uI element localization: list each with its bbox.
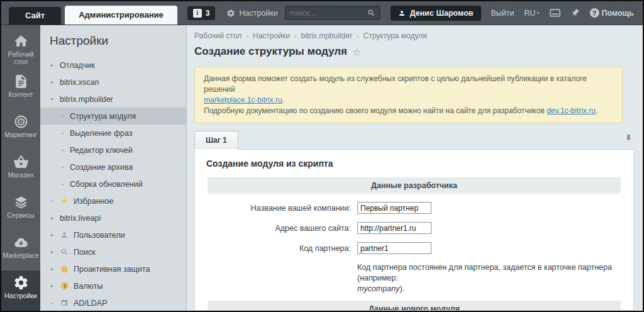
sidebar-item-label: Магазин xyxy=(3,172,39,179)
form-row-partner-code: Код партнера: xyxy=(208,242,621,254)
sidebar-item-label: Настройки xyxy=(3,292,39,300)
sidebar-item-label: Маркетинг xyxy=(3,131,39,139)
content-area: Рабочий стол › Настройки › bitrix.mpbuil… xyxy=(187,25,643,311)
notification-count: 3 xyxy=(206,9,210,18)
menu-item-bitrix-mpbuilder[interactable]: ▼ bitrix.mpbuilder xyxy=(40,91,186,108)
home-icon xyxy=(13,33,29,49)
admin-window: Сайт Администрирование i 3 Настройки xyxy=(0,0,644,312)
breadcrumb-current[interactable]: Структура модуля xyxy=(364,31,427,40)
hotkeys-panel-icon[interactable] xyxy=(550,9,560,17)
info-icon: i xyxy=(193,9,202,18)
info-text-line1: Данная форма поможет создать модуль из с… xyxy=(204,74,587,94)
menu-item-label: bitrix.xscan xyxy=(60,78,99,87)
sidebar-item-services[interactable]: Сервисы xyxy=(1,190,40,230)
breadcrumb-link[interactable]: Рабочий стол xyxy=(194,31,242,40)
form-title: Создание модуля из скрипта xyxy=(195,150,633,171)
document-icon xyxy=(13,74,29,89)
favorite-star-icon[interactable]: ☆ xyxy=(352,46,361,58)
sidebar-item-label: Контент xyxy=(3,91,39,99)
menu-item-archive-creation[interactable]: ▪ Создание архива xyxy=(40,159,186,176)
sidebar-item-label: Marketplace xyxy=(3,252,39,260)
search-box[interactable] xyxy=(285,6,380,20)
menu-item-search[interactable]: ► Поиск xyxy=(40,243,186,260)
wizard-tab-row: Шаг 1 xyxy=(194,131,634,150)
info-period: . xyxy=(596,106,597,115)
menu-item-label: Проактивная защита xyxy=(74,265,150,274)
tab-site[interactable]: Сайт xyxy=(9,7,61,25)
menu-item-users[interactable]: ► Пользователи xyxy=(40,226,186,243)
help-button[interactable]: ? Помощь xyxy=(590,8,634,18)
info-period: . xyxy=(282,96,284,104)
sidebar-item-marketing[interactable]: Маркетинг xyxy=(1,109,40,150)
menu-item-label: AD/LDAP xyxy=(74,299,108,308)
currency-icon: $ xyxy=(60,281,69,291)
topbar-settings-label: Настройки xyxy=(239,9,277,18)
search-input[interactable] xyxy=(290,9,367,18)
sidebar-item-content[interactable]: Контент xyxy=(1,69,40,109)
gear-icon xyxy=(13,275,29,291)
module-sidebar: Рабочий стол Контент Маркетинг Магазин xyxy=(1,25,40,311)
partner-code-note: Код партнера постоянен для партнера, зад… xyxy=(357,262,621,294)
menu-item-key-editor[interactable]: ▪ Редактор ключей xyxy=(40,142,186,159)
user-icon xyxy=(398,9,406,17)
tab-step1[interactable]: Шаг 1 xyxy=(194,131,238,150)
menu-item-bitrix-xscan[interactable]: ► bitrix.xscan xyxy=(40,74,186,91)
menu-item-debugger[interactable]: ► Отладчик xyxy=(40,57,186,74)
site-url-input[interactable] xyxy=(357,222,431,234)
search-icon[interactable] xyxy=(367,9,375,17)
menu-item-update-build[interactable]: ▪ Сборка обновлений xyxy=(40,176,186,192)
notifications-button[interactable]: i 3 xyxy=(187,6,216,20)
svg-text:$: $ xyxy=(64,283,66,288)
gear-icon xyxy=(226,9,235,18)
star-icon: ★ xyxy=(60,196,69,206)
user-menu-button[interactable]: Денис Шаромов xyxy=(391,6,481,21)
menu-item-label: bitrix.mpbuilder xyxy=(60,95,113,104)
triangle-collapsed-icon: ► xyxy=(49,233,55,237)
pin-icon[interactable] xyxy=(625,133,633,145)
site-url-label: Адрес вашего сайта: xyxy=(208,224,357,233)
marketplace-link[interactable]: marketplace.1c-bitrix.ru xyxy=(204,96,282,104)
cloud-download-icon xyxy=(13,235,29,250)
breadcrumb-link[interactable]: Настройки xyxy=(253,31,290,40)
menu-item-label: Избранное xyxy=(74,197,113,206)
menu-item-label: Редактор ключей xyxy=(70,146,133,155)
triangle-collapsed-icon: ► xyxy=(49,250,55,254)
bullet-icon: ▪ xyxy=(59,130,65,136)
tab-administration[interactable]: Администрирование xyxy=(65,6,177,25)
partner-code-example: mycompany xyxy=(357,284,399,293)
target-icon xyxy=(13,114,29,130)
topbar-settings-button[interactable]: Настройки xyxy=(226,9,277,18)
menu-item-currencies[interactable]: ► $ Валюты xyxy=(40,277,186,294)
page-title: Создание структуры модуля xyxy=(194,45,347,58)
menu-item-ad-ldap[interactable]: ▪ AD/LDAP xyxy=(40,294,186,311)
sidebar-item-desktop[interactable]: Рабочий стол xyxy=(1,29,40,69)
menu-item-label: bitrix.liveapi xyxy=(60,214,101,223)
sidebar-item-marketplace[interactable]: Marketplace xyxy=(1,230,40,270)
window-icon xyxy=(60,298,69,308)
dev-site-link[interactable]: dev.1c-bitrix.ru xyxy=(547,106,596,115)
triangle-collapsed-icon: ► xyxy=(49,80,55,84)
bullet-icon: ▪ xyxy=(59,181,65,187)
site-admin-tabs: Сайт Администрирование xyxy=(9,1,177,25)
menu-item-phrase-highlight[interactable]: ▪ Выделение фраз xyxy=(40,125,186,142)
menu-item-module-structure[interactable]: ▪ Структура модуля xyxy=(40,108,186,125)
language-code: RU xyxy=(525,9,536,18)
partner-code-input[interactable] xyxy=(357,242,431,254)
sidebar-item-shop[interactable]: Магазин xyxy=(1,150,40,190)
language-selector[interactable]: RU ▾ xyxy=(525,9,540,18)
company-name-input[interactable] xyxy=(357,202,431,214)
partner-code-label: Код партнера: xyxy=(208,244,357,253)
form-row-partner-note: Код партнера постоянен для партнера, зад… xyxy=(208,262,621,294)
bullet-icon: ▪ xyxy=(59,164,65,170)
menu-item-bitrix-liveapi[interactable]: ► bitrix.liveapi xyxy=(40,209,186,226)
menu-item-proactive-protection[interactable]: ► Проактивная защита xyxy=(40,260,186,277)
menu-item-favorites[interactable]: ▪ ★ Избранное xyxy=(40,192,186,209)
question-icon: ? xyxy=(590,8,599,18)
pin-icon[interactable] xyxy=(570,8,580,18)
sidebar-item-settings[interactable]: Настройки xyxy=(1,270,40,311)
logout-link[interactable]: Выйти xyxy=(491,9,514,18)
breadcrumb-link[interactable]: bitrix.mpbuilder xyxy=(301,31,352,40)
sidebar-item-label: Рабочий стол xyxy=(3,51,39,66)
menu-item-label: Поиск xyxy=(74,248,96,257)
section-new-module-data: Данные нового модуля xyxy=(208,301,621,311)
